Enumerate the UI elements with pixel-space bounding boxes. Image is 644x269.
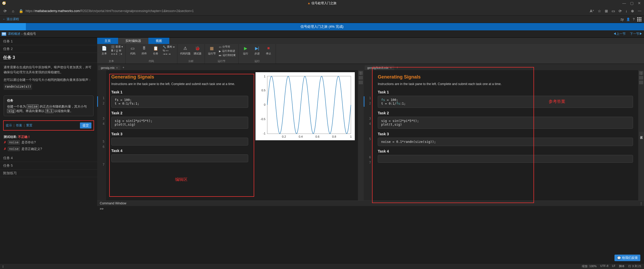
- workspace-tab[interactable]: 工作区: [639, 132, 644, 136]
- status-mode: 脚本: [619, 264, 625, 268]
- font-align[interactable]: ≡ ≡ ≡ ⋮≡: [111, 53, 123, 55]
- tab-home[interactable]: 主页: [97, 38, 118, 44]
- task-nav-1[interactable]: 任务 1: [0, 38, 97, 45]
- codeissue-button[interactable]: ⚠代码问题: [180, 45, 190, 55]
- next-section-link[interactable]: 下一节▶: [630, 32, 642, 36]
- font-style[interactable]: B I U M: [111, 49, 123, 52]
- plot-figure: 1 0.5 0 -0.5 -1 0.2 0.4 0.6 0.8 1: [256, 72, 355, 140]
- stop-button[interactable]: ■停止: [264, 45, 273, 55]
- read-aloud-icon[interactable]: A⁺: [590, 9, 594, 13]
- collections-icon[interactable]: ▭: [612, 9, 615, 13]
- sync-icon[interactable]: ⟳: [619, 9, 622, 13]
- task-nav-5[interactable]: 任务 5: [0, 162, 97, 170]
- code-cell-2[interactable]: sig = sin(2*pi*5*t); plot(t,sig): [111, 117, 248, 129]
- refresh-icon[interactable]: ⟳: [3, 9, 8, 13]
- exit-course-link[interactable]: ← 退出课程: [3, 17, 19, 21]
- answer-link[interactable]: 答案: [16, 123, 22, 128]
- code-button[interactable]: ▭代码: [128, 45, 137, 55]
- status-zoom[interactable]: 缩放: 100%: [582, 264, 596, 268]
- example-code: randn(size(s)): [4, 84, 32, 90]
- close-icon[interactable]: ×: [390, 66, 392, 69]
- toolstrip-tabs: 主页 实时编辑器 视图: [97, 38, 644, 44]
- pane-menu-icon[interactable]: ⋮: [639, 201, 643, 206]
- layout-strip[interactable]: [358, 70, 364, 200]
- extensions-icon[interactable]: ⊞: [605, 9, 608, 13]
- debugger-button[interactable]: 🐞调试器: [193, 45, 202, 55]
- address-bar[interactable]: 🔒 https://matlabacademy.mathworks.com/R2…: [18, 9, 587, 13]
- sol-code-3[interactable]: noise = 0.1*randn(size(sig));: [378, 138, 633, 146]
- window-min-button[interactable]: —: [622, 1, 626, 5]
- task4-heading: Task 4: [111, 149, 248, 153]
- hint-answer-row: 提示 | 答案 | 重置 提交: [3, 120, 94, 131]
- feedback-button[interactable]: 💬 给我们反馈: [614, 255, 640, 261]
- file-tab-gensig[interactable]: gensig.mlx×: [98, 65, 120, 70]
- code-cell-1[interactable]: fs = 100; t = 0:1/fs:1;: [111, 96, 248, 108]
- svg-text:0.6: 0.6: [315, 135, 319, 138]
- task-nav-4[interactable]: 任务 4: [0, 154, 97, 162]
- tab-view[interactable]: 视图: [148, 38, 169, 44]
- task-nav-2[interactable]: 任务 2: [0, 45, 97, 53]
- hint-link[interactable]: 提示: [6, 123, 12, 128]
- user-icon[interactable]: 👤: [626, 18, 630, 21]
- help-icon[interactable]: ?: [633, 18, 635, 21]
- line-gutter: 1 2 3 4 5 6 7: [97, 70, 106, 200]
- run-button[interactable]: ▶运行: [241, 45, 250, 55]
- pane-menu-icon[interactable]: ⋮: [639, 71, 643, 75]
- sol-code-1[interactable]: fs = 100; t = 0:1/fs:1;: [378, 96, 633, 108]
- tab-liveeditor[interactable]: 实时编辑器: [118, 38, 148, 44]
- code-cell-3[interactable]: [111, 138, 248, 145]
- runsection-button[interactable]: ▦运行节: [207, 45, 216, 55]
- downloads-icon[interactable]: ↓: [625, 9, 627, 13]
- font-normal[interactable]: 普通 ▾: [111, 45, 123, 49]
- runadvance-button[interactable]: ▶ 运行并前进: [219, 49, 236, 53]
- favorite-icon[interactable]: ☆: [598, 9, 601, 13]
- indent-button[interactable]: ⇥ ⇤ ⇥: [163, 53, 175, 55]
- sol-code-2[interactable]: sig = sin(2*pi*5*t); plot(t,sig): [378, 117, 633, 129]
- code-cell-4[interactable]: [111, 154, 248, 162]
- extra-practice[interactable]: 附加练习: [0, 170, 97, 177]
- task-instruction-box: 任务 创建一个名为 noise 的正态分布随机数向量，其大小与 sig 相同。将…: [4, 96, 94, 116]
- task-sidebar: 任务 1 任务 2 任务 3 通常需要在生成的信号中添加噪声。噪声使信号更加真实…: [0, 38, 97, 263]
- close-icon[interactable]: ×: [116, 66, 118, 69]
- window-titlebar: 🧭 ▲ 信号处理入门之旅 — ▢ ✕: [0, 0, 644, 6]
- left-editor-column: gensig.mlx× + 1 2 3 4 5 6 7 Gene: [97, 64, 364, 200]
- command-window-title: Command Window ⋮: [97, 201, 644, 206]
- refactor-button[interactable]: 🔧 重构 ▾: [163, 45, 175, 49]
- window-max-button[interactable]: ▢: [630, 1, 634, 5]
- toc-icon[interactable]: [2, 32, 6, 36]
- home-icon[interactable]: ⌂: [10, 9, 16, 13]
- file-tab-solution[interactable]: gensigSoln3.mlx×: [365, 65, 394, 70]
- performance-icon[interactable]: ⊕: [631, 9, 634, 13]
- window-close-button[interactable]: ✕: [638, 1, 641, 5]
- reset-link[interactable]: 重置: [26, 123, 32, 128]
- sol-code-4[interactable]: [378, 155, 633, 163]
- menu-icon[interactable]: ⋯: [638, 9, 641, 13]
- sectionbreak-button[interactable]: ▭ 分节符: [219, 45, 236, 49]
- doc-heading: Generating Signals: [111, 74, 248, 80]
- step-button[interactable]: ▶|步进: [253, 45, 262, 55]
- runtoend-button[interactable]: ⏭ 运行到结束: [219, 53, 236, 57]
- editor-workspace: gensig.mlx× + 1 2 3 4 5 6 7 Gene: [97, 64, 644, 200]
- pane-menu-icon[interactable]: ⋮: [359, 71, 363, 75]
- task-button[interactable]: 📋任务: [151, 45, 160, 55]
- add-tab-button[interactable]: +: [394, 65, 400, 70]
- control-button[interactable]: 🎚控件: [140, 45, 149, 55]
- svg-text:0.8: 0.8: [332, 135, 336, 138]
- course-progress-bar: 信号处理入门之旅 (4% 完成): [0, 23, 644, 30]
- breadcrumb-root[interactable]: 课程概述: [8, 32, 20, 36]
- command-input[interactable]: >>: [97, 206, 644, 263]
- doc-intro: Instructions are in the task pane to the…: [111, 82, 248, 86]
- svg-text:0.4: 0.4: [299, 135, 303, 138]
- breadcrumb-current: 生成信号: [24, 32, 36, 36]
- submit-button[interactable]: 提交: [80, 122, 91, 128]
- task-nav-3[interactable]: 任务 3: [0, 53, 97, 63]
- text-button[interactable]: 📄文本: [100, 45, 109, 55]
- solution-script-pane[interactable]: Generating Signals Instructions are in t…: [373, 70, 638, 200]
- add-tab-button[interactable]: +: [120, 65, 126, 70]
- live-script-pane[interactable]: Generating Signals Instructions are in t…: [106, 70, 253, 200]
- apps-grid-icon[interactable]: [637, 17, 641, 21]
- prev-section-link[interactable]: ◀上一节: [613, 32, 626, 36]
- svg-text:-0.5: -0.5: [260, 117, 265, 121]
- comment-button[interactable]: % ▪ ▪: [163, 49, 175, 52]
- svg-text:1: 1: [264, 75, 265, 78]
